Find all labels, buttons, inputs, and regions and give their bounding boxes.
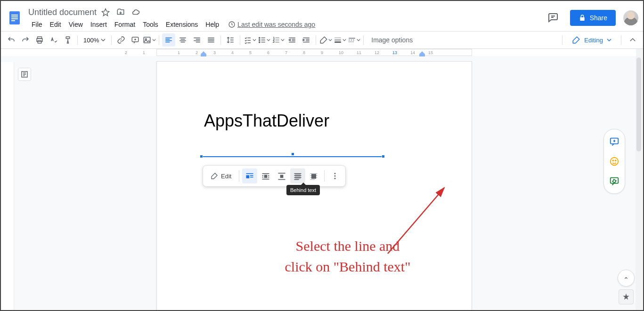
ruler-mark: 2 (125, 50, 127, 55)
svg-rect-26 (262, 179, 269, 180)
insert-link-button[interactable] (114, 33, 128, 47)
resize-handle-left[interactable] (200, 155, 203, 158)
zoom-value: 100% (83, 37, 99, 44)
svg-rect-2 (11, 16, 18, 17)
ruler-mark: 7 (285, 50, 287, 55)
scroll-indicator[interactable] (618, 270, 635, 287)
menu-help[interactable]: Help (202, 19, 222, 30)
undo-button[interactable] (5, 33, 18, 47)
svg-rect-22 (262, 175, 264, 176)
collapse-toolbar-button[interactable] (626, 33, 639, 47)
ruler-mark: 11 (357, 50, 361, 55)
zoom-select[interactable]: 100% (81, 33, 108, 47)
separator (363, 35, 364, 45)
share-button[interactable]: Share (570, 10, 616, 26)
spellcheck-button[interactable] (47, 33, 60, 47)
resize-handle-right[interactable] (382, 155, 385, 158)
redo-button[interactable] (19, 33, 32, 47)
separator (159, 35, 159, 45)
suggest-edits-pill[interactable] (606, 173, 623, 190)
increase-indent-button[interactable] (300, 33, 313, 47)
menu-extensions[interactable]: Extensions (163, 19, 201, 30)
move-icon[interactable] (116, 8, 125, 16)
vertical-ruler[interactable] (1, 62, 14, 310)
add-emoji-pill[interactable] (606, 153, 623, 170)
annotation-line2: click on "Behind text" (246, 256, 449, 277)
menu-edit[interactable]: Edit (47, 19, 65, 30)
svg-rect-16 (246, 173, 253, 174)
explore-button[interactable] (619, 289, 634, 304)
svg-rect-30 (295, 174, 301, 179)
document-heading[interactable]: AppsThatDeliver (204, 111, 329, 131)
document-outline-button[interactable] (18, 68, 31, 81)
last-edit-link[interactable]: Last edit was seconds ago (228, 21, 315, 28)
menubar: File Edit View Insert Format Tools Exten… (28, 19, 544, 30)
line-spacing-button[interactable] (224, 33, 237, 47)
svg-rect-18 (250, 175, 253, 176)
border-dash-button[interactable] (347, 33, 360, 47)
ruler-mark: 15 (428, 50, 433, 55)
behind-text-button[interactable] (290, 168, 305, 183)
editing-label: Editing (584, 37, 603, 44)
resize-handle-middle[interactable] (291, 152, 294, 156)
add-comment-pill[interactable] (606, 133, 623, 150)
document-page[interactable]: AppsThatDeliver Edit (156, 61, 472, 310)
bulleted-list-button[interactable] (257, 33, 270, 47)
toolbar: 100% Image options Editing (1, 31, 643, 49)
align-right-button[interactable] (190, 33, 204, 47)
edit-label: Edit (221, 173, 231, 180)
last-edit-text: Last edit was seconds ago (237, 21, 315, 28)
border-weight-button[interactable] (333, 33, 346, 47)
paint-format-button[interactable] (61, 33, 74, 47)
ruler-mark: 1 (178, 50, 180, 55)
share-label: Share (590, 14, 607, 22)
decrease-indent-button[interactable] (285, 33, 299, 47)
image-options-button[interactable]: Image options (367, 33, 417, 47)
menu-tools[interactable]: Tools (139, 19, 162, 30)
checklist-button[interactable] (243, 33, 256, 47)
insert-image-button[interactable] (143, 33, 156, 47)
svg-point-42 (334, 178, 336, 179)
svg-point-40 (334, 173, 336, 174)
svg-rect-32 (294, 175, 302, 176)
more-options-button[interactable] (327, 168, 342, 183)
vertical-scrollbar[interactable] (636, 49, 642, 310)
horizontal-ruler[interactable]: 2 1 1 2 3 4 5 6 7 8 9 10 11 12 13 14 15 (1, 49, 636, 56)
align-left-button[interactable] (162, 33, 175, 47)
border-color-button[interactable] (319, 33, 332, 47)
document-title[interactable]: Untitled document (28, 8, 97, 17)
print-button[interactable] (33, 33, 46, 47)
cloud-status-icon[interactable] (131, 8, 140, 16)
menu-format[interactable]: Format (111, 19, 139, 30)
svg-rect-28 (280, 175, 284, 178)
ruler-mark: 14 (410, 50, 415, 55)
ruler-mark: 1 (143, 50, 145, 55)
numbered-list-button[interactable] (271, 33, 285, 47)
insert-comment-button[interactable] (129, 33, 142, 47)
star-icon[interactable] (101, 8, 110, 16)
wrap-inline-button[interactable] (242, 168, 257, 183)
break-text-button[interactable] (274, 168, 289, 183)
separator (239, 170, 239, 182)
annotation-text: Select the line and click on "Behind tex… (246, 236, 449, 277)
open-comments-button[interactable] (544, 8, 562, 27)
in-front-of-text-button[interactable] (306, 168, 321, 183)
selected-line-shape[interactable] (202, 156, 383, 157)
svg-rect-27 (278, 173, 285, 174)
svg-point-45 (611, 158, 619, 166)
menu-insert[interactable]: Insert (87, 19, 110, 30)
side-pills (603, 129, 625, 194)
align-justify-button[interactable] (204, 33, 218, 47)
svg-point-13 (259, 40, 260, 40)
ruler-mark: 4 (231, 50, 234, 55)
docs-logo[interactable] (6, 8, 24, 27)
wrap-text-button[interactable] (258, 168, 273, 183)
editing-mode-button[interactable]: Editing (567, 34, 616, 46)
menu-file[interactable]: File (28, 19, 46, 30)
account-avatar[interactable] (623, 10, 638, 25)
menu-view[interactable]: View (65, 19, 86, 30)
svg-rect-24 (262, 177, 264, 178)
edit-button[interactable]: Edit (206, 172, 236, 180)
align-center-button[interactable] (176, 33, 189, 47)
ruler-mark: 3 (213, 50, 216, 55)
